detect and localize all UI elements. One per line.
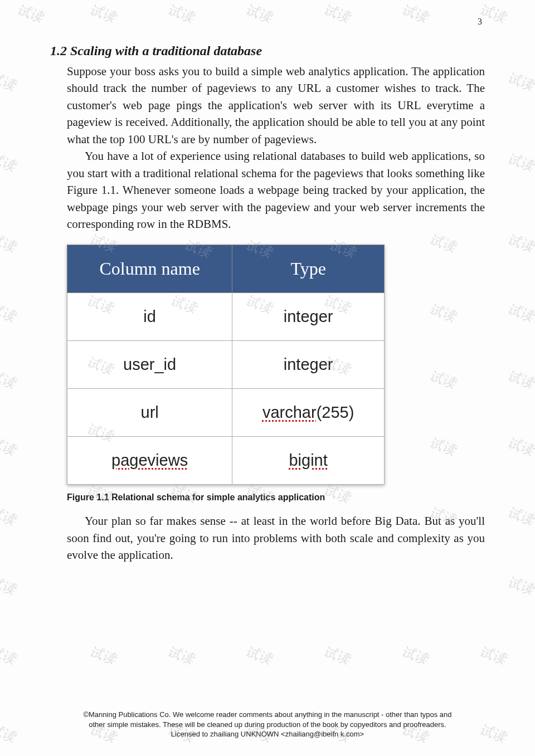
watermark: 试读 — [427, 300, 458, 325]
watermark: 试读 — [427, 230, 458, 255]
watermark: 试读 — [477, 642, 508, 667]
cell-type: integer — [232, 341, 385, 389]
table-row: pageviews bigint — [67, 437, 385, 485]
watermark: 试读 — [0, 433, 18, 459]
cell-col: user_id — [67, 341, 232, 389]
watermark: 试读 — [505, 503, 535, 528]
table-header-column-name: Column name — [67, 245, 232, 293]
watermark: 试读 — [0, 720, 18, 745]
watermark: 试读 — [505, 433, 535, 459]
body-paragraph-1: Suppose your boss asks you to build a si… — [50, 63, 485, 148]
figure-caption: Figure 1.1 Relational schema for simple … — [67, 492, 485, 503]
watermark: 试读 — [0, 642, 18, 667]
cell-type: varchar(255) — [232, 389, 385, 437]
watermark: 试读 — [505, 300, 535, 325]
watermark: 试读 — [505, 69, 535, 94]
cell-col: url — [67, 389, 232, 437]
page-footer: ©Manning Publications Co. We welcome rea… — [50, 710, 485, 739]
watermark: 试读 — [0, 503, 18, 528]
cell-type: bigint — [232, 437, 385, 485]
watermark: 试读 — [505, 230, 535, 255]
watermark: 试读 — [243, 642, 274, 667]
footer-line-3: Licensed to zhailiang UNKNOWN <zhailiang… — [50, 729, 485, 739]
watermark: 试读 — [0, 573, 18, 598]
watermark: 试读 — [165, 642, 196, 667]
table-header-type: Type — [232, 245, 385, 293]
watermark: 试读 — [427, 433, 458, 459]
watermark: 试读 — [0, 69, 18, 94]
table-row: url varchar(255) — [67, 389, 385, 437]
table-row: id integer — [67, 293, 385, 341]
section-heading: 1.2 Scaling with a traditional database — [50, 43, 485, 58]
watermark: 试读 — [427, 367, 458, 392]
cell-col: pageviews — [67, 437, 232, 485]
watermark: 试读 — [0, 149, 18, 174]
watermark: 试读 — [0, 367, 18, 392]
footer-line-2: other simple mistakes. These will be cle… — [50, 720, 485, 730]
watermark: 试读 — [0, 300, 18, 325]
watermark: 试读 — [321, 642, 352, 667]
watermark: 试读 — [87, 642, 118, 667]
body-paragraph-2: You have a lot of experience using relat… — [50, 148, 485, 232]
table-row: user_id integer — [67, 341, 385, 389]
body-paragraph-3: Your plan so far makes sense -- at least… — [50, 513, 485, 563]
page-number: 3 — [50, 17, 485, 27]
footer-line-1: ©Manning Publications Co. We welcome rea… — [50, 710, 485, 720]
watermark: 试读 — [14, 1, 46, 26]
watermark: 试读 — [505, 367, 535, 392]
schema-table: Column name Type id integer user_id inte… — [67, 245, 385, 485]
watermark: 试读 — [0, 230, 18, 255]
cell-type: integer — [232, 293, 385, 341]
cell-col: id — [67, 293, 232, 341]
watermark: 试读 — [505, 149, 535, 174]
watermark: 试读 — [399, 642, 430, 667]
watermark: 试读 — [505, 573, 535, 598]
